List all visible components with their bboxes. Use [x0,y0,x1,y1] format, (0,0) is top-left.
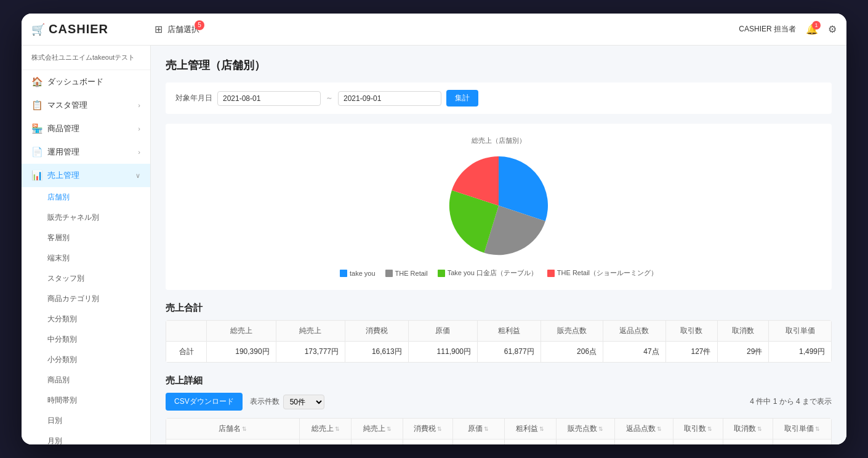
product-icon: 🏪 [31,123,42,134]
sort-icon-tax: ⇅ [437,426,442,432]
detail-col-txn[interactable]: 取引数⇅ [673,419,723,440]
sidebar-item-operation[interactable]: 📄 運用管理 › [22,140,150,164]
sidebar-label-product: 商品管理 [47,123,79,134]
sub-item-daily[interactable]: 日別 [22,411,150,431]
sub-item-channel[interactable]: 販売チャネル別 [22,207,150,228]
detail-col-gross[interactable]: 総売上⇅ [300,419,352,440]
csv-download-button[interactable]: CSVダウンロード [166,393,243,411]
sub-item-category[interactable]: 商品カテゴリ別 [22,289,150,309]
pie-legend: take you THE Retail Take you 口金店（テーブル） T… [340,268,657,278]
chevron-right-icon2: › [138,125,140,132]
pie-chart [431,150,566,261]
row0-net: 84,488円 [352,440,403,445]
top-bar: 🛒 CASHIER ⊞ 店舗選択 5 CASHIER 担当者 🔔 1 ⚙ [22,14,846,46]
master-icon: 📋 [31,100,42,111]
table-row: Take you 92,360円 84,488円 7,872円 51,900円 … [166,440,832,445]
summary-returned: 47点 [603,342,666,363]
row0-txn: 66件 [673,440,723,445]
row0-tax: 7,872円 [403,440,453,445]
legend-dot-gray [385,270,393,277]
detail-col-unit[interactable]: 取引単価⇅ [773,419,831,440]
main-layout: 株式会社ユニエイムtakeoutテスト 🏠 ダッシュボード 📋 マスタ管理 › … [22,46,846,444]
main-content: 売上管理（店舗別） 対象年月日 ～ 集計 総売上（店舗別） [151,46,846,444]
summary-title: 売上合計 [166,302,832,314]
sort-icon-store: ⇅ [242,426,247,432]
sidebar-label-sales: 売上管理 [47,170,79,181]
sort-icon-returned: ⇅ [657,426,662,432]
chevron-right-icon3: › [138,148,140,156]
date-to-input[interactable] [338,91,441,106]
top-center: ⊞ 店舗選択 5 [155,23,739,35]
sub-item-product[interactable]: 商品別 [22,370,150,390]
date-from-input[interactable] [217,91,321,106]
detail-col-profit[interactable]: 粗利益⇅ [504,419,556,440]
summary-sold: 206点 [540,342,603,363]
sub-item-monthly[interactable]: 月別 [22,431,150,444]
summary-profit: 61,877円 [478,342,541,363]
detail-table: 店舗名⇅ 総売上⇅ 純売上⇅ 消費税⇅ [166,418,832,444]
legend-label-retail: THE Retail [395,270,428,277]
summary-label: 合計 [166,342,207,363]
detail-col-cost[interactable]: 原価⇅ [452,419,504,440]
sidebar-item-sales[interactable]: 📊 売上管理 ∨ [22,164,150,187]
sub-item-hourly[interactable]: 時間帯別 [22,390,150,411]
summary-net: 173,777円 [276,342,345,363]
detail-col-tax[interactable]: 消費税⇅ [403,419,453,440]
summary-tax: 16,613円 [345,342,409,363]
company-name: 株式会社ユニエイムtakeoutテスト [22,46,150,70]
sort-icon-cancel: ⇅ [757,426,762,432]
notification-badge: 1 [812,21,821,30]
cart-icon: 🛒 [31,23,45,36]
col-net: 純売上 [276,321,345,342]
legend-item-retail: THE Retail [385,268,428,278]
settings-icon[interactable]: ⚙ [828,23,837,35]
per-page-dropdown[interactable]: 50件 100件 [283,395,324,409]
notification-icon[interactable]: 🔔 1 [806,23,818,35]
sub-item-terminal[interactable]: 端末別 [22,248,150,268]
col-unit: 取引単価 [769,321,832,342]
detail-col-returned[interactable]: 返品点数⇅ [615,419,673,440]
sub-item-large[interactable]: 大分類別 [22,309,150,329]
aggregate-button[interactable]: 集計 [446,90,478,106]
filter-bar: 対象年月日 ～ 集計 [166,82,832,114]
detail-col-sold[interactable]: 販売点数⇅ [556,419,614,440]
summary-cancel: 29件 [717,342,769,363]
legend-item-showroom: THE Retail（ショールーミング） [547,268,657,278]
detail-title: 売上詳細 [166,375,832,387]
sidebar-item-master[interactable]: 📋 マスタ管理 › [22,94,150,117]
row0-sold: 110点 [556,440,614,445]
col-label [166,321,207,342]
logo-area: 🛒 CASHIER [31,22,155,36]
page-title: 売上管理（店舗別） [166,58,832,73]
summary-txn: 127件 [665,342,717,363]
legend-label-takeyou: take you [350,270,376,277]
sort-icon-txn: ⇅ [707,426,712,432]
operation-icon: 📄 [31,147,42,158]
store-badge: 5 [195,20,204,30]
col-cancel: 取消数 [717,321,769,342]
sales-icon: 📊 [31,170,42,181]
sub-item-staff[interactable]: スタッフ別 [22,268,150,289]
detail-col-net[interactable]: 純売上⇅ [352,419,403,440]
detail-col-cancel[interactable]: 取消数⇅ [723,419,773,440]
col-txn: 取引数 [665,321,717,342]
summary-row: 合計 190,390円 173,777円 16,613円 111,900円 61… [166,342,832,363]
grid-icon[interactable]: ⊞ [155,23,163,35]
legend-item-table: Take you 口金店（テーブル） [438,268,537,278]
store-select-button[interactable]: 店舗選択 5 [167,24,199,35]
sidebar-item-product[interactable]: 🏪 商品管理 › [22,117,150,140]
detail-col-store[interactable]: 店舗名⇅ [166,419,300,440]
sub-item-medium[interactable]: 中分類別 [22,329,150,350]
sub-item-small[interactable]: 小分類別 [22,350,150,370]
detail-controls: CSVダウンロード 表示件数 50件 100件 4 件中 1 から 4 まで表示 [166,393,832,411]
chart-title: 総売上（店舗別） [472,136,526,145]
sub-item-store[interactable]: 店舗別 [22,187,150,207]
legend-dot-blue [340,270,347,277]
sidebar-item-dashboard[interactable]: 🏠 ダッシュボード [22,70,150,94]
sub-item-customer[interactable]: 客層別 [22,228,150,248]
chart-section: 総売上（店舗別） take you [166,124,832,290]
top-right: CASHIER 担当者 🔔 1 ⚙ [739,23,837,35]
user-info: CASHIER 担当者 [739,24,796,34]
summary-gross: 190,390円 [207,342,276,363]
row0-store[interactable]: Take you [166,440,300,445]
